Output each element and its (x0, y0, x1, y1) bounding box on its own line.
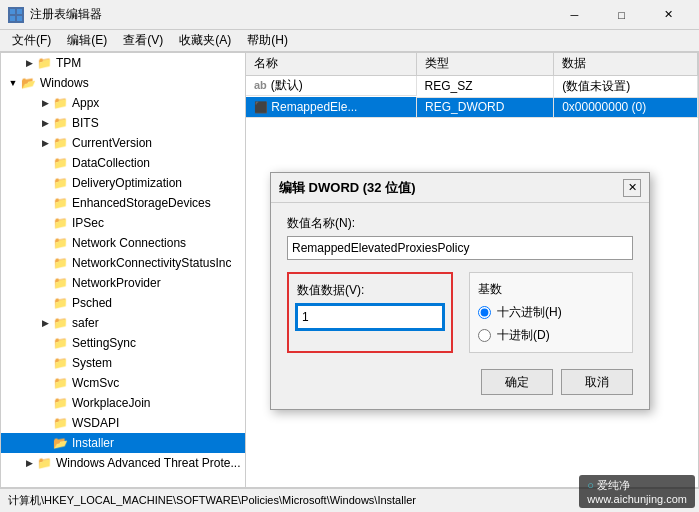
tree-item-installer[interactable]: 📂 Installer (1, 433, 245, 453)
dword-icon: ⬛ (254, 101, 268, 113)
expand-icon (37, 175, 53, 191)
folder-icon: 📁 (37, 56, 53, 70)
tree-item-enhancedstorage[interactable]: 📁 EnhancedStorageDevices (1, 193, 245, 213)
radio-hex[interactable]: 十六进制(H) (478, 304, 624, 321)
radio-hex-input[interactable] (478, 306, 491, 319)
tree-item-settingsync[interactable]: 📁 SettingSync (1, 333, 245, 353)
ok-button[interactable]: 确定 (481, 369, 553, 395)
tree-item-workplacejoin[interactable]: 📁 WorkplaceJoin (1, 393, 245, 413)
folder-icon: 📁 (53, 416, 69, 430)
folder-icon-installer: 📂 (53, 436, 69, 450)
expand-icon: ▶ (37, 95, 53, 111)
expand-icon (37, 355, 53, 371)
tree-label-system: System (72, 356, 112, 370)
folder-icon: 📁 (53, 236, 69, 250)
tree-panel: ▶ 📁 TPM ▼ 📂 Windows ▶ 📁 Appx ▶ � (1, 53, 246, 487)
window-controls: ─ □ ✕ (552, 5, 691, 25)
expand-icon: ▶ (37, 135, 53, 151)
folder-icon: 📁 (53, 296, 69, 310)
tree-label-datacollection: DataCollection (72, 156, 150, 170)
tree-item-networkprovider[interactable]: 📁 NetworkProvider (1, 273, 245, 293)
folder-icon-windows: 📂 (21, 76, 37, 90)
tree-item-networkconnections[interactable]: 📁 Network Connections (1, 233, 245, 253)
value-data-label: 数值数据(V): (297, 282, 443, 299)
row-name: ab (默认) (246, 76, 417, 96)
tree-item-wcmsvc[interactable]: 📁 WcmSvc (1, 373, 245, 393)
folder-icon: 📁 (53, 276, 69, 290)
col-data: 数据 (554, 53, 698, 75)
svg-rect-2 (10, 16, 15, 21)
table-row-selected[interactable]: ⬛ RemappedEle... REG_DWORD 0x00000000 (0… (246, 97, 698, 117)
menu-help[interactable]: 帮助(H) (239, 30, 296, 51)
tree-label-safer: safer (72, 316, 99, 330)
tree-label-currentversion: CurrentVersion (72, 136, 152, 150)
tree-label-windows: Windows (40, 76, 89, 90)
expand-icon (37, 275, 53, 291)
tree-item-windowsadvanced[interactable]: ▶ 📁 Windows Advanced Threat Prote... (1, 453, 245, 473)
menu-edit[interactable]: 编辑(E) (59, 30, 115, 51)
folder-icon: 📁 (53, 96, 69, 110)
folder-icon: 📁 (53, 196, 69, 210)
row-type: REG_SZ (417, 75, 554, 97)
tree-item-bits[interactable]: ▶ 📁 BITS (1, 113, 245, 133)
minimize-button[interactable]: ─ (552, 5, 597, 25)
tree-item-safer[interactable]: ▶ 📁 safer (1, 313, 245, 333)
tree-item-tpm[interactable]: ▶ 📁 TPM (1, 53, 245, 73)
cancel-button[interactable]: 取消 (561, 369, 633, 395)
folder-icon: 📁 (53, 176, 69, 190)
dword-dialog: 编辑 DWORD (32 位值) ✕ 数值名称(N): 数值数据(V): 基数 … (270, 172, 650, 410)
tree-item-windows[interactable]: ▼ 📂 Windows (1, 73, 245, 93)
tree-item-psched[interactable]: 📁 Psched (1, 293, 245, 313)
watermark: ○ 爱纯净 www.aichunjing.com (579, 475, 695, 508)
tree-item-system[interactable]: 📁 System (1, 353, 245, 373)
radio-group: 十六进制(H) 十进制(D) (478, 304, 624, 344)
close-button[interactable]: ✕ (646, 5, 691, 25)
dialog-title-bar: 编辑 DWORD (32 位值) ✕ (271, 173, 649, 203)
radio-dec[interactable]: 十进制(D) (478, 327, 624, 344)
dialog-buttons: 确定 取消 (287, 365, 633, 397)
expand-icon (37, 235, 53, 251)
tree-label-networkprovider: NetworkProvider (72, 276, 161, 290)
tree-scroll[interactable]: ▶ 📁 TPM ▼ 📂 Windows ▶ 📁 Appx ▶ � (1, 53, 245, 487)
tree-item-ipsec[interactable]: 📁 IPSec (1, 213, 245, 233)
value-data-input[interactable] (297, 305, 443, 329)
folder-icon: 📁 (53, 376, 69, 390)
row-name-selected: ⬛ RemappedEle... (246, 97, 417, 117)
tree-item-datacollection[interactable]: 📁 DataCollection (1, 153, 245, 173)
tree-item-wsdapi[interactable]: 📁 WSDAPI (1, 413, 245, 433)
dialog-title: 编辑 DWORD (32 位值) (279, 179, 623, 197)
menu-favorites[interactable]: 收藏夹(A) (171, 30, 239, 51)
dialog-body: 数值名称(N): 数值数据(V): 基数 十六进制(H) (271, 203, 649, 409)
row-type-selected: REG_DWORD (417, 97, 554, 117)
app-icon (8, 7, 24, 23)
dialog-close-button[interactable]: ✕ (623, 179, 641, 197)
radio-dec-input[interactable] (478, 329, 491, 342)
svg-rect-1 (17, 9, 22, 14)
expand-icon: ▶ (37, 115, 53, 131)
maximize-button[interactable]: □ (599, 5, 644, 25)
ab-icon: ab (254, 79, 267, 91)
tree-item-deliveryopt[interactable]: 📁 DeliveryOptimization (1, 173, 245, 193)
tree-item-appx[interactable]: ▶ 📁 Appx (1, 93, 245, 113)
table-row[interactable]: ab (默认) REG_SZ (数值未设置) (246, 75, 698, 97)
tree-label-enhancedstorage: EnhancedStorageDevices (72, 196, 211, 210)
folder-icon: 📁 (53, 216, 69, 230)
value-data-section: 数值数据(V): (287, 272, 453, 353)
expand-icon (37, 155, 53, 171)
folder-icon: 📁 (53, 136, 69, 150)
menu-file[interactable]: 文件(F) (4, 30, 59, 51)
tree-label-appx: Appx (72, 96, 99, 110)
tree-item-networkconnectivity[interactable]: 📁 NetworkConnectivityStatusInc (1, 253, 245, 273)
value-name-input[interactable] (287, 236, 633, 260)
svg-rect-0 (10, 9, 15, 14)
menu-view[interactable]: 查看(V) (115, 30, 171, 51)
tree-item-currentversion[interactable]: ▶ 📁 CurrentVersion (1, 133, 245, 153)
row-data: (数值未设置) (554, 75, 698, 97)
expand-icon (37, 215, 53, 231)
folder-icon: 📁 (53, 316, 69, 330)
tree-label-tpm: TPM (56, 56, 81, 70)
menu-bar: 文件(F) 编辑(E) 查看(V) 收藏夹(A) 帮助(H) (0, 30, 699, 52)
tree-label-settingsync: SettingSync (72, 336, 136, 350)
tree-label-networkconnectivity: NetworkConnectivityStatusInc (72, 256, 231, 270)
tree-label-deliveryopt: DeliveryOptimization (72, 176, 182, 190)
